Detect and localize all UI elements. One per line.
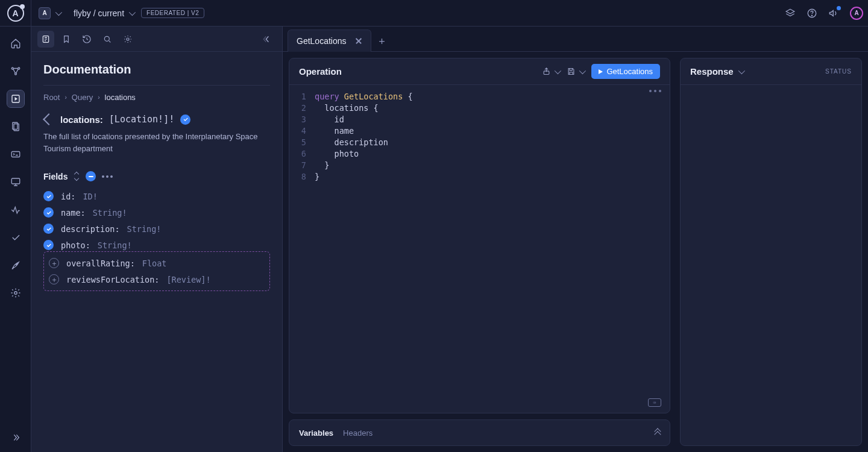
help-icon[interactable] [807,8,817,19]
operation-title: Operation [299,66,342,77]
chevron-down-icon [579,67,586,74]
line-number: 4 [289,125,315,137]
field-type: String! [127,224,162,234]
share-button[interactable] [542,67,559,76]
highlighted-fields-box: ＋overallRating: Float＋reviewsForLocation… [43,251,270,291]
field-row[interactable]: ＋overallRating: Float [49,258,265,268]
nav-metrics-icon[interactable] [7,201,24,218]
check-circle-icon[interactable] [43,240,54,250]
svg-point-4 [14,73,16,75]
field-name: reviewsForLocation: [66,275,159,284]
field-row[interactable]: photo: String! [43,240,270,250]
type-name: locations: [60,115,103,125]
check-circle-icon[interactable] [43,191,54,201]
code-text: query GetLocations { [315,91,413,102]
variables-panel[interactable]: Variables Headers [289,419,670,446]
breadcrumb: Root › Query › locations [43,93,270,102]
logo-letter: A [12,8,18,18]
avatar[interactable]: A [850,7,863,20]
app-logo[interactable]: A [0,0,31,27]
field-name: name: [61,208,86,218]
doc-collapse-icon[interactable] [259,31,276,48]
line-number: 6 [289,148,315,160]
keyboard-icon[interactable]: ⌨ [648,398,661,407]
doc-tab-search-icon[interactable] [99,31,116,48]
back-button[interactable] [43,115,54,124]
field-row[interactable]: id: ID! [43,191,270,201]
crumb-root[interactable]: Root [43,93,60,102]
layers-icon[interactable] [785,8,796,19]
code-text: locations { [315,102,379,114]
crumb-query[interactable]: Query [72,93,93,102]
doc-tab-bookmark-icon[interactable] [58,31,75,48]
type-description: The full list of locations presented by … [43,131,270,154]
doc-tab-browser-icon[interactable] [37,31,54,48]
svg-point-2 [11,67,13,69]
nav-expand-icon[interactable] [7,429,24,446]
tab-getlocations[interactable]: GetLocations [288,30,371,52]
field-row[interactable]: description: String! [43,224,270,234]
line-number: 3 [289,114,315,125]
editor-more-icon[interactable] [649,90,661,92]
code-text: description [315,137,388,148]
nav-clients-icon[interactable] [7,174,24,190]
svg-point-13 [127,38,129,40]
nav-console-icon[interactable] [7,146,24,163]
save-button[interactable] [567,67,584,76]
doc-title: Documentation [43,63,270,77]
nav-settings-icon[interactable] [7,284,24,301]
line-number: 2 [289,102,315,114]
svg-rect-8 [11,152,20,157]
check-circle-icon[interactable] [43,207,54,218]
federation-badge: FEDERATED | V2 [141,8,204,18]
field-row[interactable]: ＋reviewsForLocation: [Review]! [49,274,265,284]
nav-home-icon[interactable] [7,35,24,52]
line-number: 5 [289,137,315,148]
close-icon[interactable] [355,37,362,45]
doc-tab-settings-icon[interactable] [119,31,136,48]
chevron-down-icon[interactable] [738,67,744,74]
fields-heading: Fields [43,172,68,181]
org-switcher[interactable]: A [39,7,60,19]
tab-label: GetLocations [297,36,347,46]
variables-tab[interactable]: Variables [299,428,333,438]
more-icon[interactable] [102,175,113,178]
new-tab-button[interactable]: + [373,32,392,51]
field-name: photo: [61,240,90,250]
query-editor[interactable]: 1query GetLocations {2 locations {3 id4 … [289,85,670,413]
chevron-up-icon[interactable] [655,429,660,437]
arrow-left-icon [43,113,55,125]
field-type: Float [142,259,167,268]
nav-graph-icon[interactable] [7,63,24,80]
field-type: ID! [83,192,97,201]
svg-point-10 [14,292,17,295]
field-name: id: [61,192,75,201]
nav-explorer-icon[interactable] [7,90,24,107]
field-name: overallRating: [66,259,135,268]
run-label: GetLocations [606,67,653,76]
org-letter: A [42,10,46,16]
run-button[interactable]: GetLocations [591,64,660,79]
notification-dot [837,6,841,10]
announce-icon[interactable] [828,8,839,19]
plus-circle-icon[interactable]: ＋ [49,274,59,284]
nav-checks-icon[interactable] [7,229,24,246]
field-type: String! [98,240,132,250]
response-title: Response [690,66,734,77]
check-circle-icon[interactable] [180,115,190,125]
check-circle-icon[interactable] [43,224,54,234]
code-text: id [315,114,344,125]
doc-tab-history-icon[interactable] [78,31,95,48]
code-text: photo [315,148,359,160]
expand-collapse-icon[interactable] [74,172,80,181]
status-label: STATUS [825,68,852,75]
code-text: } [315,160,329,171]
nav-docs-icon[interactable] [7,118,24,135]
project-switcher[interactable]: flyby / current [74,8,134,18]
remove-all-icon[interactable] [86,171,96,181]
field-type: String! [93,208,127,218]
field-row[interactable]: name: String! [43,207,270,218]
nav-launches-icon[interactable] [7,257,24,274]
headers-tab[interactable]: Headers [343,428,373,438]
plus-circle-icon[interactable]: ＋ [49,258,59,268]
